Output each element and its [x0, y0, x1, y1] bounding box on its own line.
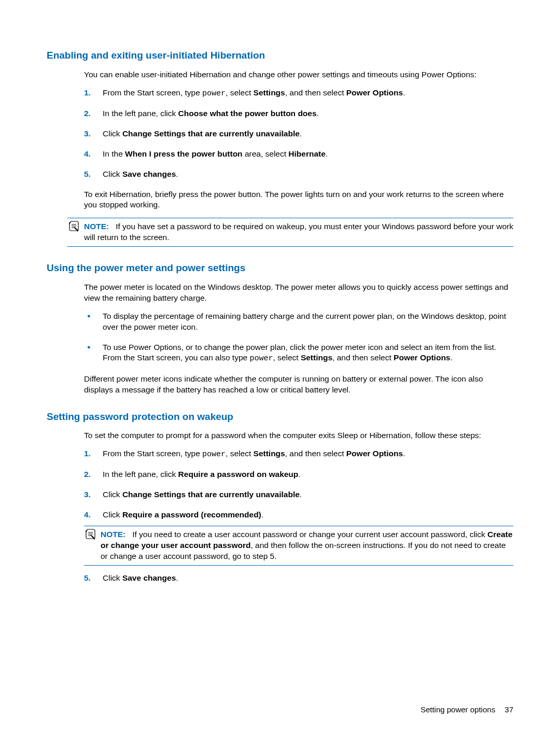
section2-after: Different power meter icons indicate whe… — [84, 374, 513, 396]
bold: Change Settings that are currently unava… — [122, 129, 300, 138]
note-callout: NOTE: If you have set a password to be r… — [67, 218, 513, 247]
section2-body: The power meter is located on the Window… — [84, 282, 513, 396]
bold: Power Options — [346, 88, 403, 97]
text: , select — [226, 88, 253, 97]
bold: Save changes — [122, 170, 176, 178]
heading-power-meter: Using the power meter and power settings — [47, 261, 513, 275]
section1-after: To exit Hibernation, briefly press the p… — [84, 189, 513, 211]
list-item: 2. In the left pane, click Choose what t… — [84, 108, 513, 119]
section1-intro: You can enable user-initiated Hibernatio… — [84, 69, 513, 80]
text: . — [298, 470, 300, 479]
text: . — [300, 490, 302, 499]
step-number: 2. — [84, 469, 91, 480]
text: . — [403, 449, 405, 458]
note-label: NOTE: — [84, 222, 109, 231]
section3-intro: To set the computer to prompt for a pass… — [84, 430, 513, 441]
list-item: 1. From the Start screen, type power, se… — [84, 88, 513, 99]
bold: Power Options — [394, 353, 450, 362]
bold: Settings — [254, 449, 285, 458]
section3-steps: 1. From the Start screen, type power, se… — [84, 448, 513, 584]
text: In the left pane, click — [103, 470, 178, 479]
text: . — [317, 109, 319, 118]
bold: When I press the power button — [125, 149, 242, 158]
list-item: 3. Click Change Settings that are curren… — [84, 129, 513, 139]
list-item: 4. Click Require a password (recommended… — [84, 510, 513, 566]
note-callout: NOTE: If you need to create a user accou… — [84, 526, 513, 566]
bold: Save changes — [122, 573, 176, 582]
list-item: 3. Click Change Settings that are curren… — [84, 489, 513, 500]
step-number: 2. — [84, 108, 91, 119]
text: Click — [103, 490, 122, 499]
step-number: 5. — [84, 169, 91, 180]
bold: Require a password (recommended) — [122, 510, 261, 519]
text: , select — [273, 353, 300, 362]
note-text: If you have set a password to be require… — [84, 222, 513, 242]
text: , and then select — [285, 88, 346, 97]
note-text: If you need to create a user account pas… — [132, 530, 487, 539]
heading-enabling-hibernation: Enabling and exiting user-initiated Hibe… — [47, 49, 513, 62]
step-number: 3. — [84, 129, 91, 139]
section1-body: You can enable user-initiated Hibernatio… — [84, 69, 513, 211]
list-item: 4. In the When I press the power button … — [84, 149, 513, 160]
text: . — [176, 573, 178, 582]
text: Click — [103, 129, 122, 138]
text: Click — [103, 170, 122, 178]
section1-steps: 1. From the Start screen, type power, se… — [84, 88, 513, 180]
text: , and then select — [285, 449, 346, 458]
text: . — [300, 129, 302, 138]
document-page: Enabling and exiting user-initiated Hibe… — [0, 0, 560, 745]
footer-text: Setting power options — [421, 705, 495, 714]
text: From the Start screen, type — [103, 449, 202, 458]
bold: Change Settings that are currently unava… — [122, 490, 300, 499]
page-number: 37 — [505, 705, 513, 714]
list-item: To use Power Options, or to change the p… — [84, 342, 513, 364]
text: . — [403, 88, 405, 97]
step-number: 3. — [84, 489, 91, 500]
bold: Hibernate — [288, 149, 326, 158]
list-item: 5. Click Save changes. — [84, 169, 513, 180]
text: In the left pane, click — [103, 109, 178, 118]
text: Click — [103, 573, 122, 582]
text: , and then select — [332, 353, 394, 362]
text: In the — [103, 149, 125, 158]
note-icon — [67, 220, 80, 232]
code: power — [249, 354, 273, 363]
bold: Choose what the power button does — [178, 109, 317, 118]
step-number: 5. — [84, 573, 91, 584]
text: . — [176, 170, 178, 178]
section2-bullets: To display the percentage of remaining b… — [84, 311, 513, 364]
text: , select — [226, 449, 253, 458]
note-label: NOTE: — [101, 530, 125, 539]
bold: Require a password on wakeup — [178, 470, 299, 479]
text: . — [326, 149, 328, 158]
text: Click — [103, 510, 122, 519]
text: . — [450, 353, 452, 362]
text: From the Start screen, type — [103, 88, 202, 97]
list-item: To display the percentage of remaining b… — [84, 311, 513, 333]
bold: Power Options — [346, 449, 403, 458]
code: power — [202, 450, 226, 459]
text: To display the percentage of remaining b… — [103, 312, 506, 331]
bold: Settings — [254, 88, 285, 97]
list-item: 5. Click Save changes. — [84, 573, 513, 584]
code: power — [202, 89, 226, 98]
heading-password-wakeup: Setting password protection on wakeup — [47, 410, 513, 424]
text: . — [261, 510, 263, 519]
step-number: 1. — [84, 88, 91, 99]
step-number: 4. — [84, 510, 91, 521]
page-footer: Setting power options 37 — [421, 705, 513, 715]
list-item: 1. From the Start screen, type power, se… — [84, 448, 513, 460]
step-number: 4. — [84, 149, 91, 160]
list-item: 2. In the left pane, click Require a pas… — [84, 469, 513, 480]
section3-body: To set the computer to prompt for a pass… — [84, 430, 513, 584]
bold: Settings — [301, 353, 332, 362]
step-number: 1. — [84, 448, 91, 459]
note-icon — [84, 528, 96, 540]
text: area, select — [243, 149, 289, 158]
section2-intro: The power meter is located on the Window… — [84, 282, 513, 304]
